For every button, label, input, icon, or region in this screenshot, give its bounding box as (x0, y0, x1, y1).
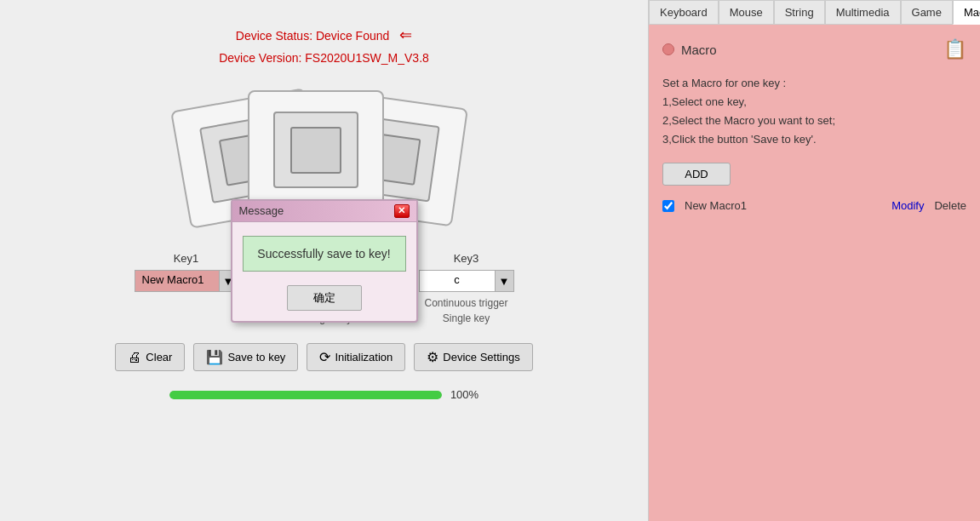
macro-title: Macro (681, 43, 717, 57)
macro-panel: Macro 📋 Set a Macro for one key : 1,Sele… (649, 25, 980, 521)
macro-item: New Macro1 Modify Delete (662, 199, 966, 212)
macro-instructions: Set a Macro for one key : 1,Select one k… (662, 74, 966, 149)
tab-mouse[interactable]: Mouse (719, 0, 774, 24)
dialog-overlay: Message ✕ Successfully save to key! 确定 (0, 0, 648, 521)
macro-indicator (662, 43, 674, 55)
macro-icon: 📋 (943, 38, 966, 60)
tabs-bar: Keyboard Mouse String Multimedia Game Ma… (649, 0, 980, 25)
dialog-ok-button[interactable]: 确定 (287, 285, 362, 311)
dialog-title: Message (239, 204, 284, 217)
macro-modify-link[interactable]: Modify (891, 199, 924, 212)
macro-header: Macro 📋 (662, 38, 966, 60)
tab-multimedia[interactable]: Multimedia (825, 0, 901, 24)
macro-checkbox[interactable] (662, 200, 674, 212)
tab-game[interactable]: Game (901, 0, 953, 24)
tab-string[interactable]: String (774, 0, 825, 24)
tab-keyboard[interactable]: Keyboard (649, 0, 719, 24)
right-panel: Keyboard Mouse String Multimedia Game Ma… (648, 0, 980, 521)
dialog-titlebar: Message ✕ (232, 201, 416, 222)
dialog-message: Successfully save to key! (243, 236, 406, 272)
macro-item-name: New Macro1 (685, 199, 747, 212)
tab-macro[interactable]: Macro (953, 0, 980, 25)
add-macro-button[interactable]: ADD (662, 163, 731, 186)
message-dialog: Message ✕ Successfully save to key! 确定 (231, 199, 418, 323)
dialog-close-button[interactable]: ✕ (394, 204, 410, 218)
macro-delete-link[interactable]: Delete (934, 199, 966, 212)
dialog-body: Successfully save to key! 确定 (232, 222, 416, 321)
